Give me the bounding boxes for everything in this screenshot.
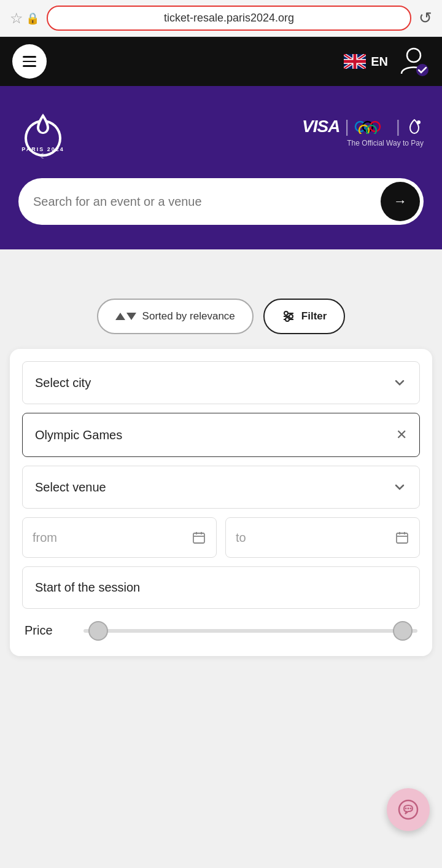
svg-point-30 [410,808,412,810]
games-select[interactable]: Olympic Games ✕ [22,413,420,457]
filter-label: Filter [301,310,327,323]
session-select[interactable]: Start of the session [22,566,420,609]
price-label: Price [25,624,74,638]
city-select[interactable]: Select city [22,361,420,404]
visa-logo: VISA [302,117,339,136]
reload-icon[interactable]: ↺ [419,9,432,28]
price-slider-track[interactable] [83,629,417,633]
svg-rect-19 [193,533,204,543]
bookmark-icon[interactable]: ☆ [10,10,23,27]
url-bar[interactable]: ticket-resale.paris2024.org [47,6,411,31]
svg-rect-23 [397,533,408,543]
filter-button[interactable]: Filter [263,299,346,334]
triangle-up-icon [115,313,125,320]
search-bar: → [18,178,424,225]
sort-label: Sorted by relevance [142,310,235,323]
filter-sliders-icon [282,310,295,323]
lock-icon: 🔒 [26,12,39,25]
clear-games-icon[interactable]: ✕ [396,427,407,443]
session-label: Start of the session [35,581,140,595]
svg-point-17 [289,315,293,318]
price-slider-max-thumb[interactable] [393,621,413,641]
hamburger-button[interactable] [12,44,47,79]
date-to-label: to [236,531,246,545]
chat-icon [397,798,420,821]
hamburger-line-2 [23,61,36,63]
nav-right-group: EN [344,45,430,77]
svg-point-1 [407,49,421,62]
paris-2024-logo: PARIS 2024 ☾ [18,104,68,160]
date-from-label: from [33,531,57,545]
city-label: Select city [35,376,91,390]
chat-button[interactable] [387,788,430,831]
venue-select[interactable]: Select venue [22,466,420,509]
search-input[interactable] [33,195,373,209]
date-range-row: from to [22,517,420,558]
paris-logo-icon: PARIS 2024 ☾ [18,104,68,160]
top-navigation: EN [0,37,442,86]
hero-section: PARIS 2024 ☾ VISA | [0,86,442,249]
sort-filter-bar: Sorted by relevance Filter [0,280,442,334]
arrow-right-icon: → [394,194,407,209]
date-from-input[interactable]: from [22,517,217,558]
gap-spacer [0,249,442,280]
uk-flag-icon [344,54,366,69]
language-label: EN [371,55,388,69]
hamburger-line-1 [23,56,36,58]
visa-sponsor: VISA | | [302,117,424,147]
search-button[interactable]: → [381,182,420,221]
olympics-rings [354,119,391,134]
sort-icon [115,313,136,320]
hero-top-bar: PARIS 2024 ☾ VISA | [18,104,424,160]
paralympic-icon [405,117,424,136]
price-slider-min-thumb[interactable] [88,621,108,641]
calendar-to-icon [395,530,409,545]
browser-bar: ☆ 🔒 ticket-resale.paris2024.org ↺ [0,0,442,37]
venue-label: Select venue [35,480,106,495]
svg-text:☾: ☾ [40,152,47,160]
sponsor-subtitle: The Official Way to Pay [347,139,424,147]
user-account-icon[interactable] [398,45,430,77]
svg-point-16 [284,311,288,315]
svg-point-18 [285,318,289,321]
svg-point-28 [405,808,407,810]
chevron-down-icon-venue [392,480,407,495]
chevron-down-icon [392,375,407,390]
svg-point-29 [408,808,409,810]
sort-button[interactable]: Sorted by relevance [97,299,254,334]
triangle-down-icon [126,313,136,320]
svg-point-12 [417,120,421,124]
sponsor-logos: VISA | | [302,117,424,136]
filter-panel: Select city Olympic Games ✕ Select venue… [10,349,432,656]
price-slider-row: Price [22,617,420,644]
date-to-input[interactable]: to [225,517,420,558]
language-selector[interactable]: EN [344,54,388,69]
calendar-from-icon [192,530,206,545]
svg-point-27 [399,800,417,819]
games-label: Olympic Games [35,428,122,442]
hamburger-line-3 [23,65,36,67]
